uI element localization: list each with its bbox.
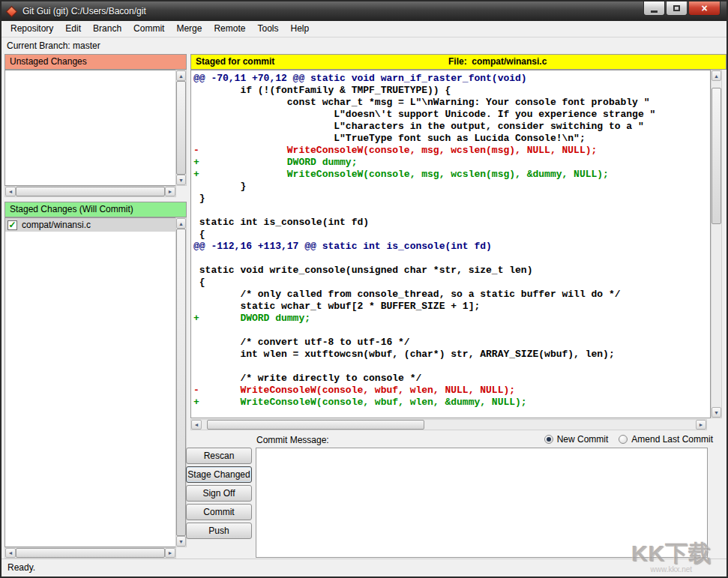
maximize-icon xyxy=(673,5,680,11)
diff-line-ctx xyxy=(193,205,710,217)
diff-line-ctx: static void write_console(unsigned char … xyxy=(193,265,710,277)
current-branch-label: Current Branch: master xyxy=(1,38,727,53)
scroll-down-icon[interactable]: ▼ xyxy=(176,175,186,185)
scroll-up-icon[interactable]: ▲ xyxy=(176,70,186,81)
scroll-down-icon[interactable]: ▼ xyxy=(712,407,721,418)
diff-horizontal-scrollbar[interactable]: ◄ ► xyxy=(190,419,707,430)
diff-line-ctx: L"doesn\'t support Unicode. If you exper… xyxy=(193,109,710,121)
diff-line-ctx: } xyxy=(193,181,710,193)
staged-changes-list[interactable]: ✓compat/winansi.c xyxy=(4,217,176,547)
diff-vertical-scrollbar[interactable]: ▲ ▼ xyxy=(711,70,722,418)
scrollbar-thumb[interactable] xyxy=(176,81,186,175)
diff-line-ctx xyxy=(193,325,710,337)
menu-item-remote[interactable]: Remote xyxy=(208,21,251,37)
scroll-left-icon[interactable]: ◄ xyxy=(191,420,202,430)
scrollbar-thumb[interactable] xyxy=(16,548,165,558)
diff-line-ctx: static int is_console(int fd) xyxy=(193,217,710,229)
menu-item-merge[interactable]: Merge xyxy=(170,21,208,37)
staged-vertical-scrollbar[interactable]: ▲ ▼ xyxy=(175,217,187,547)
staged-changes-header: Staged Changes (Will Commit) xyxy=(4,202,187,217)
title-bar: Git Gui (git) C:/Users/Bacon/git × xyxy=(1,1,727,21)
maximize-button[interactable] xyxy=(666,1,688,16)
minimize-icon xyxy=(651,10,658,13)
diff-line-ctx: int wlen = xutftowcsn(wbuf, (char*) str,… xyxy=(193,349,710,361)
diff-line-ctx: L"TrueType font such as Lucida Console!\… xyxy=(193,133,710,145)
diff-line-ctx: /* convert utf-8 to utf-16 */ xyxy=(193,337,710,349)
amend-last-commit-radio-label: Amend Last Commit xyxy=(631,434,713,445)
diff-line-ctx xyxy=(193,361,710,373)
staged-file-row[interactable]: ✓compat/winansi.c xyxy=(5,218,175,232)
commit-type-radio-group: New Commit Amend Last Commit xyxy=(544,434,713,445)
action-button-column: RescanStage ChangedSign OffCommitPush xyxy=(186,448,253,541)
menu-item-help[interactable]: Help xyxy=(284,21,315,37)
scrollbar-track[interactable] xyxy=(712,81,721,407)
diff-line-ctx: const wchar_t *msg = L"\nWarning: Your c… xyxy=(193,97,710,109)
diff-content: @@ -70,11 +70,12 @@ static void warn_if_… xyxy=(191,70,710,409)
scrollbar-track[interactable] xyxy=(16,187,165,196)
git-gui-window: Git Gui (git) C:/Users/Bacon/git × Repos… xyxy=(0,0,728,578)
stage-changed-button[interactable]: Stage Changed xyxy=(186,466,252,483)
commit-message-input[interactable] xyxy=(256,448,708,558)
diff-line-hunk: @@ -70,11 +70,12 @@ static void warn_if_… xyxy=(193,73,710,85)
file-name: compat/winansi.c xyxy=(22,220,91,230)
scroll-left-icon[interactable]: ◄ xyxy=(5,548,16,558)
diff-file-path: File: compat/winansi.c xyxy=(448,55,547,69)
git-gui-app-icon xyxy=(6,5,18,17)
diff-line-ctx: static wchar_t wbuf[2 * BUFFER_SIZE + 1]… xyxy=(193,301,710,313)
diff-line-ctx: /* only called from console_thread, so a… xyxy=(193,289,710,301)
window-controls: × xyxy=(643,1,721,16)
diff-line-ctx: { xyxy=(193,277,710,289)
scrollbar-track[interactable] xyxy=(176,229,186,536)
unstaged-changes-list[interactable] xyxy=(4,70,176,186)
scrollbar-track[interactable] xyxy=(16,548,165,558)
diff-header-title: Staged for commit xyxy=(196,56,274,67)
diff-line-del: - WriteConsoleW(console, msg, wcslen(msg… xyxy=(193,145,710,157)
scroll-right-icon[interactable]: ► xyxy=(165,187,175,196)
new-commit-radio[interactable]: New Commit xyxy=(544,434,609,445)
diff-line-add: + WriteConsoleW(console, msg, wcslen(msg… xyxy=(193,169,710,181)
diff-line-hunk: @@ -112,16 +113,17 @@ static int is_cons… xyxy=(193,241,710,253)
new-commit-radio-label: New Commit xyxy=(557,434,609,445)
diff-line-add: + DWORD dummy; xyxy=(193,313,710,325)
push-button[interactable]: Push xyxy=(186,523,252,539)
rescan-button[interactable]: Rescan xyxy=(186,448,252,464)
unstaged-horizontal-scrollbar[interactable]: ◄ ► xyxy=(4,186,176,197)
sign-off-button[interactable]: Sign Off xyxy=(186,485,252,502)
scroll-right-icon[interactable]: ► xyxy=(165,548,175,558)
menu-bar: RepositoryEditBranchCommitMergeRemoteToo… xyxy=(1,21,727,37)
minimize-button[interactable] xyxy=(643,1,665,16)
amend-last-commit-radio[interactable]: Amend Last Commit xyxy=(619,434,713,445)
unstaged-changes-header: Unstaged Changes xyxy=(4,54,187,70)
scrollbar-thumb[interactable] xyxy=(176,229,186,536)
diff-line-ctx: /* write directly to console */ xyxy=(193,373,710,385)
menu-item-repository[interactable]: Repository xyxy=(4,21,59,37)
scroll-up-icon[interactable]: ▲ xyxy=(712,70,721,81)
scrollbar-thumb[interactable] xyxy=(207,420,424,430)
commit-button[interactable]: Commit xyxy=(186,504,252,520)
scroll-right-icon[interactable]: ► xyxy=(696,420,706,430)
scrollbar-thumb[interactable] xyxy=(712,88,721,225)
scrollbar-thumb[interactable] xyxy=(16,187,165,196)
diff-line-ctx: } xyxy=(193,193,710,205)
checkbox-checked-icon[interactable]: ✓ xyxy=(7,220,17,230)
diff-line-ctx: L"characters in the output, consider swi… xyxy=(193,121,710,133)
diff-file-name: compat/winansi.c xyxy=(472,56,547,67)
menu-item-branch[interactable]: Branch xyxy=(87,21,127,37)
menu-item-edit[interactable]: Edit xyxy=(59,21,87,37)
diff-line-ctx: { xyxy=(193,229,710,241)
menu-item-commit[interactable]: Commit xyxy=(127,21,170,37)
scroll-up-icon[interactable]: ▲ xyxy=(176,218,186,229)
radio-icon xyxy=(544,435,553,444)
diff-line-add: + WriteConsoleW(console, wbuf, wlen, &du… xyxy=(193,397,710,409)
scroll-down-icon[interactable]: ▼ xyxy=(176,536,186,547)
menu-item-tools[interactable]: Tools xyxy=(251,21,284,37)
status-bar: Ready. xyxy=(1,559,727,577)
commit-message-label: Commit Message: xyxy=(256,435,329,445)
scroll-left-icon[interactable]: ◄ xyxy=(5,187,16,196)
scrollbar-track[interactable] xyxy=(176,81,186,175)
staged-horizontal-scrollbar[interactable]: ◄ ► xyxy=(4,547,176,559)
scrollbar-track[interactable] xyxy=(202,420,696,430)
diff-view[interactable]: @@ -70,11 +70,12 @@ static void warn_if_… xyxy=(190,70,711,418)
close-button[interactable]: × xyxy=(688,1,721,16)
unstaged-vertical-scrollbar[interactable]: ▲ ▼ xyxy=(175,70,187,186)
